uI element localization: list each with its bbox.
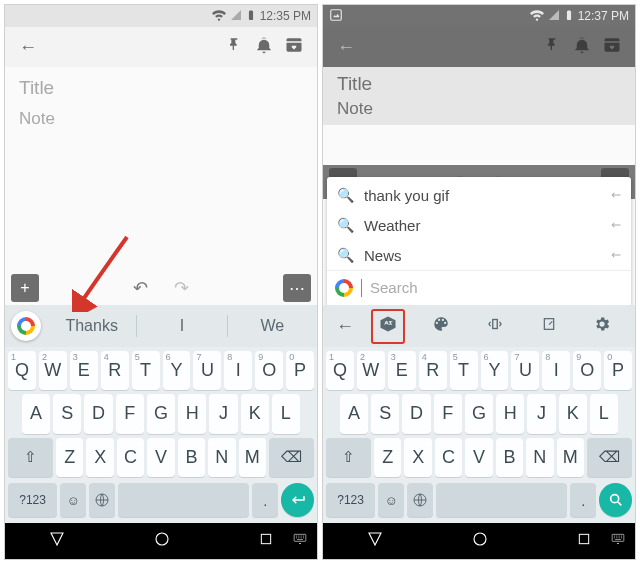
key-t[interactable]: T5 (450, 351, 478, 390)
key-c[interactable]: C (435, 438, 462, 477)
key-c[interactable]: C (117, 438, 144, 477)
emoji-key[interactable]: ☺ (378, 483, 404, 517)
key-b[interactable]: B (178, 438, 205, 477)
suggestion-row[interactable]: 🔍 Weather ↙ (327, 210, 631, 240)
insert-icon[interactable]: ↙ (608, 217, 625, 234)
key-b[interactable]: B (496, 438, 523, 477)
key-w[interactable]: W2 (357, 351, 385, 390)
redo-icon[interactable]: ↷ (174, 277, 189, 299)
key-p[interactable]: P0 (604, 351, 632, 390)
key-i[interactable]: I8 (542, 351, 570, 390)
key-u[interactable]: U7 (511, 351, 539, 390)
key-d[interactable]: D (402, 394, 430, 433)
key-h[interactable]: H (496, 394, 524, 433)
back-arrow-icon[interactable]: ← (331, 316, 359, 337)
nav-home-icon[interactable] (153, 530, 171, 552)
nav-recent-icon[interactable] (258, 531, 274, 551)
key-a[interactable]: A (22, 394, 50, 433)
key-d[interactable]: D (84, 394, 112, 433)
note-body[interactable]: Title Note (5, 67, 317, 139)
note-field[interactable]: Note (19, 109, 303, 129)
suggestion-row[interactable]: 🔍 thank you gif ↙ (327, 180, 631, 210)
key-g[interactable]: G (147, 394, 175, 433)
backspace-key[interactable]: ⌫ (269, 438, 314, 477)
key-o[interactable]: O9 (573, 351, 601, 390)
key-o[interactable]: O9 (255, 351, 283, 390)
suggestion-word[interactable]: We (228, 317, 317, 335)
nav-home-icon[interactable] (471, 530, 489, 552)
key-y[interactable]: Y6 (163, 351, 191, 390)
period-key[interactable]: . (252, 483, 278, 517)
theme-icon[interactable] (417, 315, 467, 338)
key-j[interactable]: J (527, 394, 555, 433)
suggestion-word[interactable]: Thanks (47, 317, 136, 335)
symbols-key[interactable]: ?123 (326, 483, 375, 517)
key-m[interactable]: M (239, 438, 266, 477)
add-button[interactable]: + (11, 274, 39, 302)
key-r[interactable]: R4 (419, 351, 447, 390)
key-j[interactable]: J (209, 394, 237, 433)
nav-back-icon[interactable] (366, 530, 384, 552)
key-k[interactable]: K (559, 394, 587, 433)
settings-icon[interactable] (577, 315, 627, 338)
key-y[interactable]: Y6 (481, 351, 509, 390)
key-s[interactable]: S (371, 394, 399, 433)
suggestion-row[interactable]: 🔍 News ↙ (327, 240, 631, 270)
key-f[interactable]: F (434, 394, 462, 433)
nav-keyboard-icon[interactable] (609, 532, 627, 550)
archive-icon[interactable] (279, 36, 309, 59)
key-z[interactable]: Z (56, 438, 83, 477)
pin-icon[interactable] (219, 37, 249, 58)
key-g[interactable]: G (465, 394, 493, 433)
key-v[interactable]: V (465, 438, 492, 477)
key-v[interactable]: V (147, 438, 174, 477)
space-key[interactable] (436, 483, 567, 517)
key-e[interactable]: E3 (388, 351, 416, 390)
nav-back-icon[interactable] (48, 530, 66, 552)
shift-key[interactable]: ⇧ (326, 438, 371, 477)
key-e[interactable]: E3 (70, 351, 98, 390)
suggestion-word[interactable]: I (137, 317, 226, 335)
nav-recent-icon[interactable] (576, 531, 592, 551)
search-input[interactable] (370, 279, 623, 296)
shift-key[interactable]: ⇧ (8, 438, 53, 477)
key-t[interactable]: T5 (132, 351, 160, 390)
enter-key[interactable] (281, 483, 314, 517)
key-m[interactable]: M (557, 438, 584, 477)
period-key[interactable]: . (570, 483, 596, 517)
onehanded-icon[interactable] (470, 315, 520, 338)
key-l[interactable]: L (590, 394, 618, 433)
nav-keyboard-icon[interactable] (291, 532, 309, 550)
more-button[interactable]: ⋯ (283, 274, 311, 302)
symbols-key[interactable]: ?123 (8, 483, 57, 517)
key-n[interactable]: N (526, 438, 553, 477)
title-field[interactable]: Title (19, 77, 303, 99)
key-h[interactable]: H (178, 394, 206, 433)
backspace-key[interactable]: ⌫ (587, 438, 632, 477)
translate-icon[interactable] (363, 309, 413, 344)
google-icon[interactable] (11, 311, 41, 341)
search-key[interactable] (599, 483, 632, 517)
reminder-icon[interactable] (249, 36, 279, 59)
key-x[interactable]: X (86, 438, 113, 477)
globe-key[interactable] (89, 483, 115, 517)
key-i[interactable]: I8 (224, 351, 252, 390)
key-k[interactable]: K (241, 394, 269, 433)
key-r[interactable]: R4 (101, 351, 129, 390)
insert-icon[interactable]: ↙ (608, 247, 625, 264)
key-f[interactable]: F (116, 394, 144, 433)
back-icon[interactable]: ← (13, 37, 43, 58)
key-u[interactable]: U7 (193, 351, 221, 390)
undo-icon[interactable]: ↶ (133, 277, 148, 299)
key-n[interactable]: N (208, 438, 235, 477)
key-x[interactable]: X (404, 438, 431, 477)
key-s[interactable]: S (53, 394, 81, 433)
insert-icon[interactable]: ↙ (608, 187, 625, 204)
key-p[interactable]: P0 (286, 351, 314, 390)
key-q[interactable]: Q1 (326, 351, 354, 390)
key-z[interactable]: Z (374, 438, 401, 477)
globe-key[interactable] (407, 483, 433, 517)
key-q[interactable]: Q1 (8, 351, 36, 390)
key-w[interactable]: W2 (39, 351, 67, 390)
emoji-key[interactable]: ☺ (60, 483, 86, 517)
